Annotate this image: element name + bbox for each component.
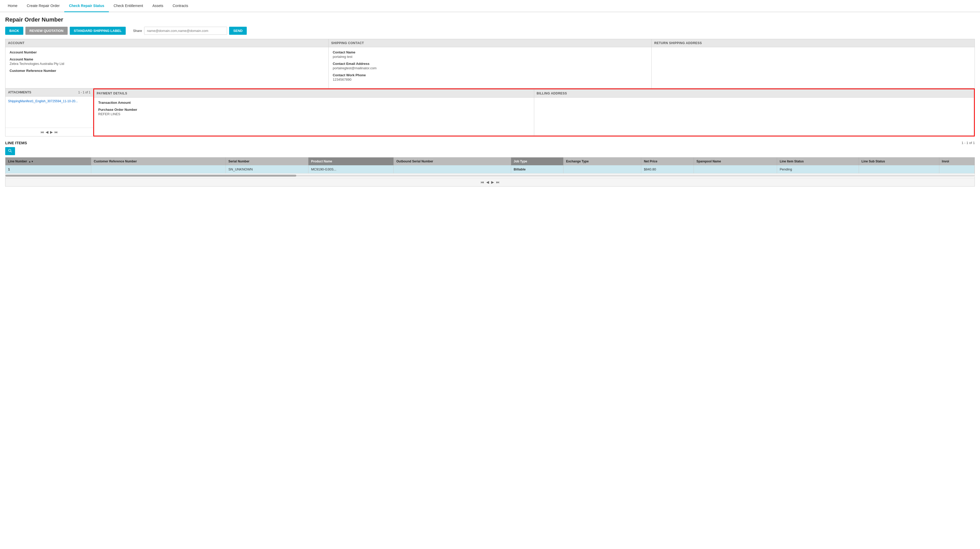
billing-panel: BILLING ADDRESS bbox=[534, 89, 974, 136]
table-cell bbox=[563, 165, 641, 174]
customer-ref-label: Customer Reference Number bbox=[10, 69, 324, 73]
send-button[interactable]: SEND bbox=[229, 27, 247, 35]
line-items-table: Line Number ▲▼ Customer Reference Number… bbox=[5, 158, 975, 174]
col-serial-number[interactable]: Serial Number bbox=[226, 158, 309, 165]
attachments-body: ShippingManifest1_English_30725594_11-10… bbox=[5, 97, 93, 128]
col-customer-ref[interactable]: Customer Reference Number bbox=[91, 158, 226, 165]
attachments-panel: ATTACHMENTS 1 - 1 of 1 ShippingManifest1… bbox=[5, 88, 93, 136]
col-outbound-serial[interactable]: Outbound Serial Number bbox=[394, 158, 511, 165]
contact-email-label: Contact Email Address bbox=[333, 62, 648, 65]
account-name-label: Account Name bbox=[10, 57, 324, 61]
table-cell bbox=[694, 165, 777, 174]
payment-billing-highlighted: PAYMENT DETAILS Transaction Amount Purch… bbox=[93, 88, 975, 136]
toolbar: BACK REVIEW QUOTATION STANDARD SHIPPING … bbox=[5, 27, 975, 35]
col-line-item-status[interactable]: Line Item Status bbox=[777, 158, 859, 165]
col-line-sub-status[interactable]: Line Sub Status bbox=[859, 158, 939, 165]
col-job-type[interactable]: Job Type bbox=[511, 158, 563, 165]
account-header: ACCOUNT bbox=[5, 39, 328, 47]
table-cell: SN_UNKNOWN bbox=[226, 165, 309, 174]
line-items-section: LINE ITEMS 1 - 1 of 1 Line Number ▲▼ Cus… bbox=[5, 140, 975, 187]
attachments-first-btn[interactable]: ⏮ bbox=[40, 130, 44, 134]
attachments-count: 1 - 1 of 1 bbox=[78, 91, 91, 94]
purchase-order-value: REFER LINES bbox=[98, 112, 530, 116]
line-items-header-row: LINE ITEMS 1 - 1 of 1 bbox=[5, 140, 975, 145]
share-input[interactable] bbox=[144, 27, 227, 35]
attachments-pagination: ⏮ ◀ ▶ ⏭ bbox=[5, 128, 93, 136]
attachment-link[interactable]: ShippingManifest1_English_30725594_11-10… bbox=[8, 99, 78, 103]
col-exchange-type[interactable]: Exchange Type bbox=[563, 158, 641, 165]
contact-phone-block: Contact Work Phone 1234567890 bbox=[333, 73, 648, 81]
nav-item-check-repair-status[interactable]: Check Repair Status bbox=[64, 0, 109, 12]
line-items-table-wrapper: Line Number ▲▼ Customer Reference Number… bbox=[5, 157, 975, 187]
col-line-number[interactable]: Line Number ▲▼ bbox=[5, 158, 91, 165]
review-quotation-button[interactable]: REVIEW QUOTATION bbox=[25, 27, 68, 35]
table-cell bbox=[91, 165, 226, 174]
search-icon bbox=[8, 149, 12, 153]
nav-item-create-repair-order[interactable]: Create Repair Order bbox=[22, 0, 64, 12]
nav-item-check-entitlement[interactable]: Check Entitlement bbox=[109, 0, 148, 12]
return-shipping-panel: RETURN SHIPPING ADDRESS bbox=[652, 39, 975, 88]
table-pagination: ⏮ ◀ ▶ ⏭ bbox=[5, 178, 975, 186]
purchase-order-block: Purchase Order Number REFER LINES bbox=[98, 108, 530, 116]
table-cell: $840.80 bbox=[641, 165, 694, 174]
table-prev-btn[interactable]: ◀ bbox=[486, 180, 489, 184]
payment-header: PAYMENT DETAILS bbox=[94, 89, 534, 97]
col-product-name[interactable]: Product Name bbox=[309, 158, 394, 165]
customer-ref-block: Customer Reference Number bbox=[10, 69, 324, 73]
svg-point-0 bbox=[8, 149, 11, 152]
page-title: Repair Order Number bbox=[5, 16, 975, 23]
return-shipping-header: RETURN SHIPPING ADDRESS bbox=[652, 39, 975, 47]
back-button[interactable]: BACK bbox=[5, 27, 23, 35]
contact-email-block: Contact Email Address portalregtest@mail… bbox=[333, 62, 648, 70]
contact-name-label: Contact Name bbox=[333, 50, 648, 54]
standard-shipping-label-button[interactable]: STANDARD SHIPPING LABEL bbox=[70, 27, 126, 35]
table-cell: Billable bbox=[511, 165, 563, 174]
payment-panel: PAYMENT DETAILS Transaction Amount Purch… bbox=[94, 89, 534, 136]
contact-name-block: Contact Name portalreg test bbox=[333, 50, 648, 59]
nav-bar: HomeCreate Repair OrderCheck Repair Stat… bbox=[0, 0, 980, 12]
svg-line-1 bbox=[11, 151, 12, 152]
attachments-title: ATTACHMENTS bbox=[8, 91, 31, 94]
col-invoi[interactable]: Invoi bbox=[939, 158, 974, 165]
top-sections-row: ACCOUNT Account Number Account Name Zebr… bbox=[5, 39, 975, 88]
table-cell: MC9190-G30S... bbox=[309, 165, 394, 174]
attachments-header-row: ATTACHMENTS 1 - 1 of 1 bbox=[5, 88, 93, 97]
contact-name-value: portalreg test bbox=[333, 55, 648, 59]
table-cell bbox=[394, 165, 511, 174]
contact-phone-value: 1234567890 bbox=[333, 78, 648, 81]
table-last-btn[interactable]: ⏭ bbox=[496, 180, 500, 184]
table-header-row: Line Number ▲▼ Customer Reference Number… bbox=[5, 158, 975, 165]
shipping-contact-panel: SHIPPING CONTACT Contact Name portalreg … bbox=[329, 39, 652, 88]
middle-row: ATTACHMENTS 1 - 1 of 1 ShippingManifest1… bbox=[5, 88, 975, 136]
contact-email-value: portalregtest@mailinator.com bbox=[333, 66, 648, 70]
billing-header: BILLING ADDRESS bbox=[534, 89, 974, 97]
shipping-contact-header: SHIPPING CONTACT bbox=[329, 39, 652, 47]
page-content: Repair Order Number BACK REVIEW QUOTATIO… bbox=[0, 12, 980, 191]
nav-item-contracts[interactable]: Contracts bbox=[168, 0, 193, 12]
line-items-search-button[interactable] bbox=[5, 147, 15, 155]
table-cell bbox=[939, 165, 974, 174]
nav-item-assets[interactable]: Assets bbox=[148, 0, 168, 12]
account-number-label: Account Number bbox=[10, 50, 324, 54]
transaction-amount-label: Transaction Amount bbox=[98, 101, 530, 105]
transaction-amount-block: Transaction Amount bbox=[98, 101, 530, 105]
account-name-block: Account Name Zebra Technologies Australi… bbox=[10, 57, 324, 65]
col-sparepool[interactable]: Sparepool Name bbox=[694, 158, 777, 165]
share-container: Share SEND bbox=[133, 27, 247, 35]
table-first-btn[interactable]: ⏮ bbox=[480, 180, 484, 184]
horizontal-scrollbar[interactable] bbox=[5, 175, 975, 177]
table-cell bbox=[859, 165, 939, 174]
attachments-last-btn[interactable]: ⏭ bbox=[54, 130, 58, 134]
table-next-btn[interactable]: ▶ bbox=[491, 180, 494, 184]
share-label: Share bbox=[133, 29, 142, 33]
nav-item-home[interactable]: Home bbox=[3, 0, 22, 12]
line-items-count: 1 - 1 of 1 bbox=[962, 141, 975, 145]
attachments-next-btn[interactable]: ▶ bbox=[50, 130, 53, 134]
attachments-prev-btn[interactable]: ◀ bbox=[46, 130, 48, 134]
table-cell: Pending bbox=[777, 165, 859, 174]
table-cell: 1 bbox=[5, 165, 91, 174]
account-panel: ACCOUNT Account Number Account Name Zebr… bbox=[5, 39, 329, 88]
line-items-title: LINE ITEMS bbox=[5, 140, 27, 145]
col-net-price[interactable]: Net Price bbox=[641, 158, 694, 165]
account-number-block: Account Number bbox=[10, 50, 324, 54]
